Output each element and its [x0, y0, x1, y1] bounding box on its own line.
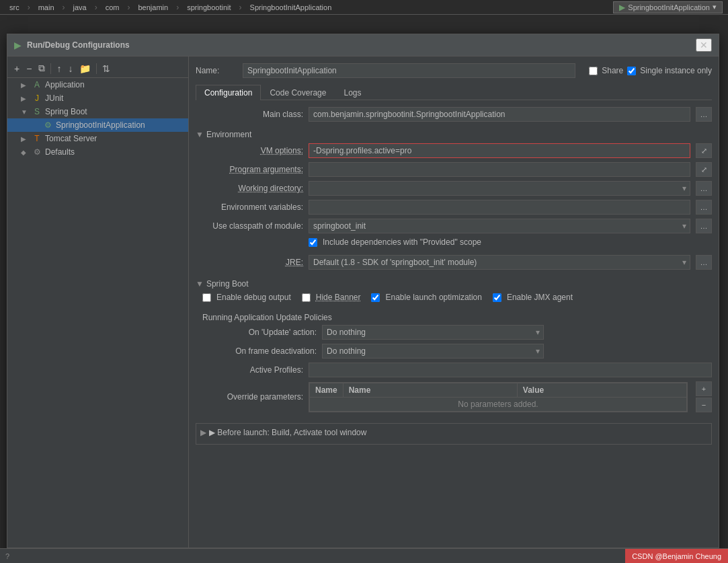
vm-options-expand-button[interactable]: ⤢: [696, 143, 712, 158]
run-config-dropdown-icon: ▾: [713, 3, 717, 11]
vm-options-input[interactable]: [309, 143, 690, 158]
debug-output-checkbox[interactable]: [202, 293, 211, 302]
springbootapp-icon: ⚙: [42, 120, 53, 130]
enable-jmx-row: Enable JMX agent: [493, 293, 573, 302]
top-bar-item-com[interactable]: com: [102, 2, 124, 13]
before-launch-label: ▶ Before launch: Build, Activate tool wi…: [209, 428, 366, 437]
include-deps-label: Include dependencies with "Provided" sco…: [323, 237, 481, 247]
tree-item-defaults[interactable]: ◆ ⚙ Defaults: [7, 145, 188, 159]
tab-logs[interactable]: Logs: [335, 85, 370, 100]
copy-config-button[interactable]: ⧉: [36, 61, 48, 75]
tree-label-springboot: Spring Boot: [45, 107, 87, 116]
working-dir-label: Working directory:: [196, 184, 303, 193]
classpath-browse-button[interactable]: …: [696, 219, 712, 233]
classpath-row: Use classpath of module: springboot_init…: [196, 219, 712, 233]
before-launch-toggle[interactable]: ▶: [200, 428, 206, 437]
enable-jmx-label: Enable JMX agent: [507, 293, 573, 302]
jre-row: JRE: Default (1.8 - SDK of 'springboot_i…: [196, 255, 712, 270]
tree-item-tomcat[interactable]: ▶ T Tomcat Server: [7, 132, 188, 145]
vm-options-row: VM options: ⤢: [196, 143, 712, 158]
override-params-label: Override parameters:: [196, 392, 303, 402]
on-update-label: On 'Update' action:: [196, 328, 317, 337]
classpath-select[interactable]: springboot_init: [309, 219, 690, 233]
toolbar-separator: [50, 63, 51, 74]
on-update-select[interactable]: Do nothing: [322, 325, 544, 340]
top-bar-item-application[interactable]: SpringbootInitApplication: [246, 2, 336, 13]
enable-jmx-checkbox[interactable]: [493, 293, 501, 302]
top-bar-item-src[interactable]: src: [5, 2, 24, 13]
spring-boot-toggle[interactable]: ▼: [196, 279, 204, 289]
tree-arrow-tomcat: ▶: [21, 135, 29, 143]
before-launch-header: ▶ ▶ Before launch: Build, Activate tool …: [200, 428, 707, 437]
run-icon: ▶: [619, 3, 625, 12]
tree-arrow-junit: ▶: [21, 95, 29, 102]
tree-label-junit: JUnit: [45, 93, 63, 103]
tree-item-junit[interactable]: ▶ J JUnit: [7, 91, 188, 105]
tab-configuration[interactable]: Configuration: [196, 85, 261, 100]
tab-code-coverage[interactable]: Code Coverage: [261, 85, 335, 100]
share-row: Share Single instance only: [589, 66, 712, 75]
top-bar: src › main › java › com › benjamin › spr…: [0, 0, 728, 15]
top-bar-item-main[interactable]: main: [34, 2, 58, 13]
plus-icon: +: [14, 63, 19, 74]
junit-icon: J: [32, 93, 42, 104]
override-value-header: Value: [517, 383, 686, 397]
env-vars-browse-button[interactable]: …: [696, 200, 712, 215]
main-class-browse-button[interactable]: …: [696, 107, 712, 122]
include-deps-checkbox[interactable]: [309, 238, 317, 247]
active-profiles-label: Active Profiles:: [196, 365, 303, 375]
run-config-selector[interactable]: ▶ SpringbootInitApplication ▾: [613, 1, 723, 13]
on-frame-select[interactable]: Do nothing: [322, 344, 544, 359]
main-class-input[interactable]: [309, 107, 690, 122]
tree-item-springbootapp[interactable]: ⚙ SpringbootInitApplication: [7, 118, 188, 132]
dialog-close-button[interactable]: ✕: [696, 38, 712, 52]
share-checkbox[interactable]: [589, 67, 598, 75]
run-debug-dialog: ▶ Run/Debug Configurations ✕ + − ⧉ ↑: [7, 34, 719, 563]
vm-options-label: VM options:: [196, 146, 303, 155]
program-args-input[interactable]: [309, 162, 690, 177]
remove-config-button[interactable]: −: [24, 62, 34, 75]
tree-label-tomcat: Tomcat Server: [45, 134, 97, 143]
working-dir-browse-button[interactable]: …: [696, 181, 712, 196]
env-vars-input[interactable]: [309, 200, 690, 215]
no-params-text: No parameters added.: [310, 397, 687, 411]
working-dir-input[interactable]: [309, 181, 690, 196]
folder-icon: 📁: [79, 63, 91, 74]
tree-item-springboot[interactable]: ▼ S Spring Boot: [7, 105, 188, 118]
tomcat-icon: T: [32, 133, 42, 144]
override-remove-button[interactable]: −: [696, 398, 712, 412]
override-params-row: Override parameters: Name Name Value: [196, 381, 712, 412]
name-input[interactable]: [243, 63, 575, 78]
enable-launch-checkbox[interactable]: [371, 293, 380, 302]
folder-button[interactable]: 📁: [77, 62, 93, 75]
dialog-title-text: Run/Debug Configurations: [27, 40, 130, 50]
top-bar-item-benjamin[interactable]: benjamin: [134, 2, 172, 13]
top-bar-item-springbootinit[interactable]: springbootinit: [183, 2, 235, 13]
main-class-label: Main class:: [196, 110, 303, 119]
single-instance-checkbox[interactable]: [627, 67, 636, 75]
sort-button[interactable]: ⇅: [99, 62, 113, 75]
environment-label: Environment: [206, 130, 251, 139]
running-policies-label: Running Application Update Policies: [202, 313, 332, 322]
help-icon[interactable]: ?: [0, 552, 9, 560]
override-add-button[interactable]: +: [696, 381, 712, 396]
run-config-label: SpringbootInitApplication: [628, 3, 710, 11]
tree-label-defaults: Defaults: [45, 147, 75, 157]
active-profiles-input[interactable]: [309, 363, 712, 377]
program-args-expand-button[interactable]: ⤢: [696, 162, 712, 177]
application-icon: A: [32, 79, 42, 90]
jre-select[interactable]: Default (1.8 - SDK of 'springboot_init' …: [309, 255, 690, 270]
classpath-label: Use classpath of module:: [196, 221, 303, 231]
hide-banner-checkbox[interactable]: [302, 293, 311, 302]
jre-browse-button[interactable]: …: [696, 255, 712, 270]
watermark: CSDN @Benjamin Cheung: [625, 549, 728, 563]
move-down-button[interactable]: ↓: [65, 62, 75, 75]
top-bar-item-java[interactable]: java: [69, 2, 91, 13]
arrow-down-icon: ↓: [68, 63, 73, 74]
working-dir-row: Working directory: ▾ …: [196, 181, 712, 196]
hide-banner-label: Hide Banner: [316, 293, 361, 302]
move-up-button[interactable]: ↑: [54, 62, 64, 75]
environment-toggle[interactable]: ▼: [196, 130, 204, 139]
add-config-button[interactable]: +: [11, 62, 22, 75]
tree-item-application[interactable]: ▶ A Application: [7, 78, 188, 91]
